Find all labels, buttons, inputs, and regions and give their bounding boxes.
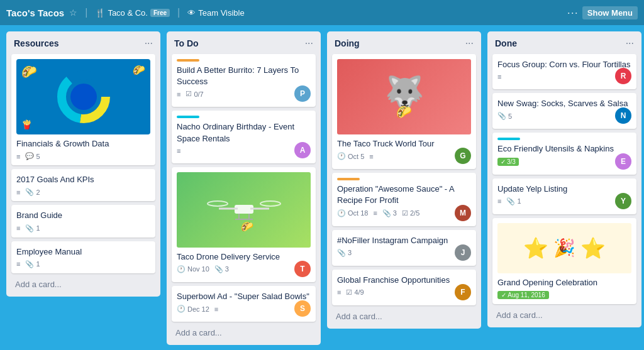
check-val-sauce: 2/5: [410, 209, 419, 217]
label-bar-burrito: [177, 59, 199, 62]
attach-swag: 5: [508, 112, 512, 120]
card-meta-superbowl: 🕐 Dec 12 ≡: [177, 305, 311, 313]
avatar-burrito: P: [294, 85, 311, 102]
taco-decoration: 🌮: [21, 64, 37, 79]
meta-lines-employee: ≡: [16, 260, 20, 268]
label-bar-sauce: [337, 178, 360, 180]
check-eco-icon: ✓: [501, 158, 506, 165]
meta-lines-focus: ≡: [497, 73, 501, 80]
card-meta-franchise: ≡ ☑ 4/9: [337, 288, 471, 297]
meta-lines-superbowl: ≡: [214, 305, 218, 313]
card-title-brand: Brand Guide: [16, 210, 150, 221]
donut-chart: [55, 68, 112, 125]
card-title-employee: Employee Manual: [16, 246, 150, 258]
card-goals[interactable]: 2017 Goals And KPIs ≡ 📎 2: [11, 169, 155, 201]
card-swag[interactable]: New Swag: Socks, Scarves & Salsa 📎 5 N: [492, 93, 636, 129]
show-menu-button[interactable]: Show Menu: [582, 6, 638, 19]
card-nacho[interactable]: Nacho Ordinary Birthday - Event Space Re…: [172, 111, 316, 163]
paperclip-swag: 📎: [497, 112, 506, 120]
badge-eco: ✓ 3/3: [497, 158, 519, 166]
svg-point-7: [208, 201, 228, 206]
card-meta-eco: ✓ 3/3: [497, 158, 631, 166]
card-superbowl[interactable]: Superbowl Ad - "Super Salad Bowls" 🕐 Dec…: [172, 286, 316, 322]
visibility-info: 👁 Team Visible: [187, 8, 244, 18]
card-instagram[interactable]: #NoFiller Instagram Campaign 📎 3 J: [332, 230, 476, 266]
card-title-swag: New Swag: Socks, Scarves & Salsa: [497, 98, 631, 109]
paperclip-icon: 📎: [25, 188, 34, 196]
avatar-superbowl: S: [294, 300, 311, 317]
label-bar-eco: [497, 138, 520, 140]
meta-attach-employee: 📎 1: [25, 260, 40, 268]
checklist-icon: ☑: [186, 90, 192, 98]
badge-eco-val: 3/3: [507, 158, 516, 165]
meta-lines-sauce: ≡: [373, 209, 377, 217]
wolf-center: 🎉: [553, 238, 575, 258]
card-employee[interactable]: Employee Manual ≡ 📎 1: [11, 241, 155, 273]
card-title-financials: Financials & Growth Data: [16, 138, 150, 150]
paperclip-drone: 📎: [214, 265, 223, 273]
meta-attach-drone: 📎 3: [214, 265, 229, 273]
card-grand-opening[interactable]: ⭐ 🎉 ⭐ Grand Opening Celebration ✓ Aug 11…: [492, 218, 636, 304]
more-options-icon[interactable]: ···: [567, 6, 579, 19]
card-title-franchise: Global Franchise Opportunities: [337, 275, 471, 286]
paperclip-sauce: 📎: [382, 209, 391, 217]
card-drone[interactable]: 🌮 Taco Drone Delivery Service 🕐 Nov 10 📎…: [172, 167, 316, 282]
column-menu-done[interactable]: ···: [626, 38, 634, 49]
taco-decoration2: 🌮: [133, 64, 145, 76]
meta-attach-sauce: 📎 3: [382, 209, 397, 217]
avatar-truck: G: [455, 148, 471, 164]
column-done: Done ··· Focus Group: Corn vs. Flour Tor…: [487, 31, 641, 327]
column-menu-todo[interactable]: ···: [305, 38, 313, 49]
card-meta-financials: ≡ 💬 5: [16, 152, 150, 160]
checklist-val: 0/7: [194, 90, 203, 98]
column-title-resources: Resources: [14, 38, 59, 48]
avatar-focus: R: [615, 68, 631, 84]
add-card-doing[interactable]: Add a card...: [332, 309, 476, 324]
meta-attach-goals: 📎 2: [25, 188, 40, 196]
header: Taco's Tacos ☆ | 🍴 Taco & Co. Free | 👁 T…: [0, 0, 644, 25]
card-franchise[interactable]: Global Franchise Opportunities ≡ ☑ 4/9 F: [332, 270, 476, 305]
meta-date-superbowl: 🕐 Dec 12: [177, 305, 209, 313]
svg-point-8: [260, 201, 280, 206]
meta-attach-swag: 📎 5: [497, 112, 512, 120]
card-taco-truck[interactable]: 🐺 🌮 The Taco Truck World Tour 🕐 Oct 5 ≡ …: [332, 54, 476, 169]
avatar-instagram: J: [455, 244, 471, 261]
meta-attach-instagram: 📎 3: [337, 249, 352, 257]
card-title-focus: Focus Group: Corn vs. Flour Tortillas: [497, 59, 631, 70]
clock-icon-super: 🕐: [177, 305, 186, 313]
card-meta-employee: ≡ 📎 1: [16, 260, 150, 268]
column-header-done: Done ···: [492, 36, 636, 50]
team-name: Taco & Co.: [108, 8, 148, 18]
column-title-todo: To Do: [174, 38, 199, 48]
card-awesome-sauce[interactable]: Operation "Awesome Sauce" - A Recipe For…: [332, 173, 476, 226]
meta-lines-burrito: ≡: [177, 90, 180, 98]
check-val-franchise: 4/9: [354, 288, 364, 296]
date-val-drone: Nov 10: [187, 265, 209, 273]
star-icon[interactable]: ☆: [69, 8, 77, 18]
drone-image: 🌮: [177, 172, 311, 248]
attach-count: 2: [36, 189, 40, 196]
header-right: ··· Show Menu: [567, 6, 638, 19]
card-brand[interactable]: Brand Guide ≡ 📎 1: [11, 205, 155, 237]
card-title-goals: 2017 Goals And KPIs: [16, 174, 150, 185]
card-eco[interactable]: Eco Friendly Utensils & Napkins ✓ 3/3 E: [492, 133, 636, 174]
add-card-done[interactable]: Add a card...: [492, 308, 636, 322]
date-sauce: Oct 18: [348, 209, 368, 217]
paperclip-ig: 📎: [337, 249, 346, 257]
column-menu-doing[interactable]: ···: [465, 38, 474, 49]
card-title-burrito: Build A Better Burrito: 7 Layers To Succ…: [177, 65, 311, 87]
meta-date-taco-truck: 🕐 Oct 5: [337, 152, 364, 160]
column-header-doing: Doing ···: [332, 36, 476, 50]
board-title: Taco's Tacos: [6, 8, 64, 18]
add-card-resources[interactable]: Add a card...: [11, 277, 155, 292]
card-meta-sauce: 🕐 Oct 18 ≡ 📎 3 ☑ 2/5: [337, 209, 471, 217]
column-resources: Resources ··· 🌮 🌮 🍟 Financials & Growth …: [6, 31, 160, 297]
add-card-todo[interactable]: Add a card...: [172, 325, 316, 340]
card-focus[interactable]: Focus Group: Corn vs. Flour Tortillas ≡ …: [492, 54, 636, 89]
card-yelp[interactable]: Update Yelp Listing ≡ 📎 1 Y: [492, 178, 636, 214]
card-burrito[interactable]: Build A Better Burrito: 7 Layers To Succ…: [172, 54, 316, 107]
column-menu-resources[interactable]: ···: [145, 38, 153, 49]
attach-yelp: 1: [517, 197, 521, 205]
card-title-sauce: Operation "Awesome Sauce" - A Recipe For…: [337, 183, 471, 206]
card-financials[interactable]: 🌮 🌮 🍟 Financials & Growth Data ≡ 💬 5: [11, 54, 155, 165]
